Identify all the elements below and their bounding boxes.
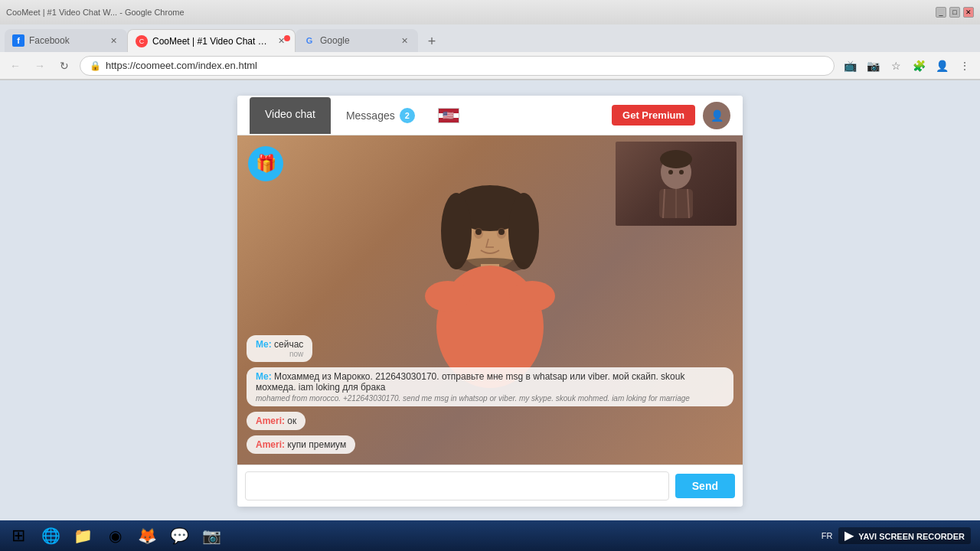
tab-coomeet[interactable]: C CooMeet | #1 Video Chat W... ✕ — [127, 29, 296, 52]
msg2-translation: mohamed from morocco. +212643030170. sen… — [256, 394, 724, 403]
svg-point-7 — [425, 281, 471, 311]
msg2-text: Мохаммед из Марокко. 212643030170. отпра… — [256, 371, 684, 393]
title-bar: CooMeet | #1 Video Chat W... - Google Ch… — [0, 0, 980, 24]
camera-icon[interactable]: 📷 — [864, 57, 882, 75]
msg1-sender: Me: — [256, 339, 272, 350]
refresh-btn[interactable]: ↻ — [55, 57, 74, 75]
tab-google-label: Google — [320, 35, 394, 46]
messages-badge: 2 — [400, 108, 415, 123]
svg-point-11 — [475, 229, 482, 235]
other-icon: 📷 — [202, 527, 221, 545]
taskbar-other[interactable]: 📷 — [196, 523, 227, 549]
window-controls[interactable]: _ □ ✕ — [936, 7, 974, 18]
send-btn[interactable]: Send — [675, 474, 735, 498]
start-icon: ⊞ — [11, 526, 25, 546]
tab-facebook[interactable]: f Facebook ✕ — [5, 29, 127, 52]
menu-icon[interactable]: ⋮ — [956, 57, 974, 75]
tab-coomeet-indicator — [284, 35, 290, 41]
taskbar-folder[interactable]: 📁 — [67, 523, 98, 549]
toolbar-icons: 📺 📷 ☆ 🧩 👤 ⋮ — [841, 57, 974, 75]
gift-btn[interactable]: 🎁 — [248, 146, 283, 181]
msg2-sender: Me: — [256, 371, 272, 382]
yavi-icon: ▶ — [844, 529, 854, 542]
bookmark-icon[interactable]: ☆ — [887, 57, 905, 75]
app-header: Video chat Messages 2 🇺🇸 Get Premium 👤 — [237, 96, 743, 135]
msg3-sender: Ameri: — [256, 416, 285, 426]
user-avatar[interactable]: 👤 — [703, 102, 730, 129]
tab-facebook-close[interactable]: ✕ — [107, 34, 119, 47]
locale-text: FR — [822, 531, 833, 540]
tabs-bar: f Facebook ✕ C CooMeet | #1 Video Chat W… — [0, 24, 980, 52]
message-input-area: Send — [237, 465, 743, 507]
main-content: Video chat Messages 2 🇺🇸 Get Premium 👤 — [0, 80, 980, 551]
flag-icon: 🇺🇸 — [438, 108, 459, 123]
msg4-text: купи премиум — [287, 439, 346, 450]
profile-icon[interactable]: 👤 — [933, 57, 951, 75]
taskbar: ⊞ 🌐 📁 ◉ 🦊 💬 📷 FR ▶ YAVI SCREEN RECORDER — [0, 520, 980, 551]
svg-point-20 — [679, 170, 684, 174]
tab-messages[interactable]: Messages 2 — [331, 97, 430, 134]
ie-icon: 🌐 — [41, 527, 60, 545]
svg-point-19 — [668, 170, 673, 174]
video-area: 🎁 — [237, 135, 743, 465]
msg1-timestamp: now — [256, 350, 303, 358]
msg1-text: сейчас — [274, 339, 303, 350]
lock-icon: 🔒 — [90, 60, 101, 71]
message-input[interactable] — [245, 471, 669, 500]
close-btn[interactable]: ✕ — [963, 7, 974, 18]
avatar-icon: 👤 — [710, 109, 724, 122]
start-btn[interactable]: ⊞ — [3, 523, 34, 549]
coomeet-favicon: C — [136, 35, 148, 47]
cast-icon[interactable]: 📺 — [841, 57, 859, 75]
maximize-btn[interactable]: □ — [949, 7, 960, 18]
yavi-text: YAVI SCREEN RECORDER — [858, 532, 965, 541]
new-tab-btn[interactable]: + — [421, 31, 443, 52]
skype-icon: 💬 — [170, 527, 189, 545]
firefox-icon: 🦊 — [138, 527, 157, 545]
pip-video — [616, 142, 737, 226]
tab-video-chat[interactable]: Video chat — [250, 97, 331, 134]
svg-point-14 — [660, 150, 692, 168]
tab-google[interactable]: G Google ✕ — [296, 29, 418, 52]
svg-point-8 — [509, 281, 555, 311]
taskbar-ie[interactable]: 🌐 — [35, 523, 66, 549]
browser-chrome: CooMeet | #1 Video Chat W... - Google Ch… — [0, 0, 980, 80]
taskbar-firefox[interactable]: 🦊 — [132, 523, 162, 549]
back-btn[interactable]: ← — [6, 57, 24, 75]
tab-google-close[interactable]: ✕ — [398, 34, 410, 47]
msg4-sender: Ameri: — [256, 439, 285, 450]
url-text: https://coomeet.com/index.en.html — [106, 60, 825, 71]
google-favicon: G — [303, 34, 315, 47]
messages-label: Messages — [346, 109, 395, 122]
taskbar-right: FR ▶ YAVI SCREEN RECORDER — [822, 527, 977, 544]
url-box[interactable]: 🔒 https://coomeet.com/index.en.html — [80, 56, 835, 76]
coomeet-app: Video chat Messages 2 🇺🇸 Get Premium 👤 — [237, 96, 743, 507]
taskbar-skype[interactable]: 💬 — [164, 523, 194, 549]
header-right: Get Premium 👤 — [612, 102, 730, 129]
window-title: CooMeet | #1 Video Chat W... - Google Ch… — [6, 8, 185, 17]
extensions-icon[interactable]: 🧩 — [910, 57, 928, 75]
chat-overlay: Me: сейчас now Me: Мохаммед из Марокко. … — [237, 328, 743, 465]
yavi-recorder-badge: ▶ YAVI SCREEN RECORDER — [838, 527, 971, 544]
svg-point-12 — [498, 229, 505, 235]
gift-icon: 🎁 — [256, 154, 276, 174]
msg3-text: ок — [287, 416, 296, 426]
tab-coomeet-label: CooMeet | #1 Video Chat W... — [152, 36, 270, 47]
address-bar: ← → ↻ 🔒 https://coomeet.com/index.en.htm… — [0, 52, 980, 80]
chrome-icon: ◉ — [109, 527, 122, 545]
header-tabs: Video chat Messages 2 🇺🇸 — [250, 97, 612, 134]
pip-inner — [616, 142, 737, 226]
premium-btn[interactable]: Get Premium — [612, 105, 695, 126]
folder-icon: 📁 — [74, 527, 93, 545]
tab-facebook-label: Facebook — [29, 35, 103, 46]
chat-msg-1: Me: сейчас now — [247, 335, 312, 362]
forward-btn[interactable]: → — [31, 57, 49, 75]
chat-msg-3: Ameri: ок — [247, 412, 305, 430]
svg-point-3 — [508, 193, 539, 269]
facebook-favicon: f — [12, 34, 24, 47]
flag-tab[interactable]: 🇺🇸 — [430, 97, 467, 134]
chat-msg-2: Me: Мохаммед из Марокко. 212643030170. о… — [247, 367, 733, 406]
minimize-btn[interactable]: _ — [936, 7, 946, 18]
man-figure — [638, 149, 714, 218]
taskbar-chrome[interactable]: ◉ — [100, 523, 130, 549]
